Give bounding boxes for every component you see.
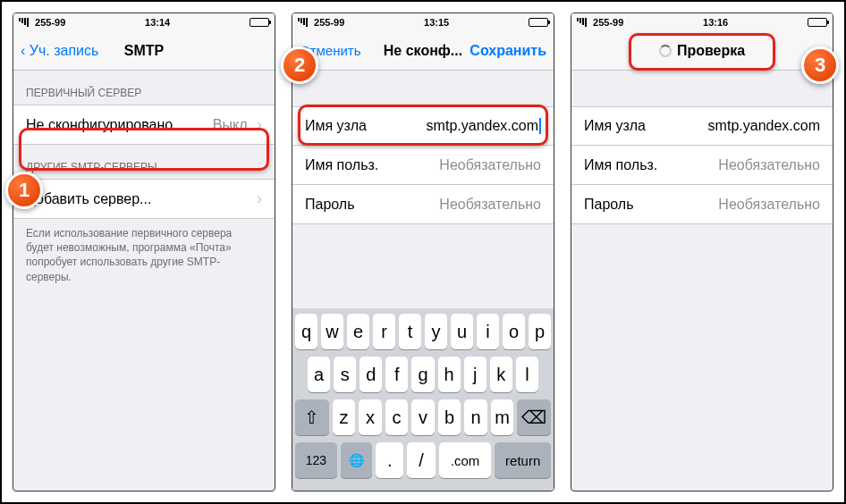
key-c[interactable]: c: [385, 399, 409, 435]
key-o[interactable]: o: [503, 314, 525, 349]
key-m[interactable]: m: [491, 399, 514, 435]
username-label: Имя польз.: [584, 157, 657, 173]
key-v[interactable]: v: [411, 399, 435, 435]
key-j[interactable]: j: [464, 357, 486, 392]
status-bar: 255-99 13:15: [292, 13, 554, 31]
password-placeholder: Необязательно: [718, 197, 820, 213]
phone-screen-3: 255-99 13:16 Проверка Имя узла smtp.yand…: [571, 13, 833, 491]
nav-title: Не сконф...: [384, 43, 462, 59]
key-u[interactable]: u: [451, 314, 473, 349]
primary-server-value: Выкл.: [213, 117, 251, 132]
section-primary-header: ПЕРВИЧНЫЙ СЕРВЕР: [13, 71, 275, 105]
add-server-cell[interactable]: Добавить сервер... ›: [13, 179, 275, 219]
host-cell[interactable]: Имя узла smtp.yandex.com: [292, 106, 554, 146]
step-badge-1: 1: [5, 172, 43, 209]
spinner-icon: [659, 45, 672, 57]
save-button[interactable]: Сохранить: [470, 43, 546, 59]
status-bar: 255-99 13:16: [571, 13, 833, 31]
clock: 13:16: [703, 17, 728, 28]
key-t[interactable]: t: [399, 314, 421, 349]
dotcom-key[interactable]: .com: [439, 442, 492, 478]
username-placeholder: Необязательно: [718, 157, 820, 173]
clock: 13:15: [424, 17, 449, 28]
key-q[interactable]: q: [295, 314, 317, 349]
username-placeholder: Необязательно: [439, 157, 541, 173]
password-label: Пароль: [584, 197, 657, 213]
key-a[interactable]: a: [308, 357, 330, 392]
password-label: Пароль: [305, 197, 378, 213]
key-r[interactable]: r: [373, 314, 395, 349]
primary-server-cell[interactable]: Не сконфигурировано Выкл.›: [13, 105, 275, 145]
nav-title: Проверка: [659, 43, 745, 59]
phone-screen-2: 255-99 13:15 Отменить Не сконф... Сохран…: [292, 13, 554, 491]
key-x[interactable]: x: [359, 399, 382, 435]
return-key[interactable]: return: [495, 442, 551, 478]
key-i[interactable]: i: [477, 314, 499, 349]
nav-bar: ‹ Уч. запись SMTP: [13, 31, 275, 71]
slash-key[interactable]: /: [407, 442, 435, 478]
primary-server-label: Не сконфигурировано: [26, 117, 173, 133]
chevron-icon: ›: [257, 189, 262, 208]
host-label: Имя узла: [305, 118, 378, 134]
password-placeholder: Необязательно: [439, 197, 541, 213]
section-other-header: ДРУГИЕ SMTP-СЕРВЕРЫ: [13, 145, 275, 179]
carrier: 255-99: [35, 17, 65, 28]
back-button[interactable]: ‹ Уч. запись: [21, 43, 98, 59]
status-bar: 255-99 13:14: [13, 13, 275, 31]
nav-bar: Проверка: [571, 31, 833, 71]
username-cell[interactable]: Имя польз. Необязательно: [571, 146, 833, 185]
key-k[interactable]: k: [490, 357, 512, 392]
key-l[interactable]: l: [516, 357, 538, 392]
dot-key[interactable]: .: [376, 442, 403, 478]
add-server-label: Добавить сервер...: [26, 191, 151, 207]
key-e[interactable]: e: [347, 314, 369, 349]
nav-title: SMTP: [124, 43, 164, 59]
key-h[interactable]: h: [438, 357, 461, 392]
text-cursor: [539, 118, 541, 134]
globe-key[interactable]: 🌐: [341, 442, 372, 478]
host-label: Имя узла: [584, 118, 657, 134]
password-cell[interactable]: Пароль Необязательно: [571, 185, 833, 224]
host-value: smtp.yandex.com: [427, 118, 541, 135]
key-p[interactable]: p: [529, 314, 551, 349]
key-d[interactable]: d: [360, 357, 382, 392]
key-z[interactable]: z: [333, 399, 356, 435]
phone-screen-1: 255-99 13:14 ‹ Уч. запись SMTP ПЕРВИЧНЫЙ…: [13, 13, 275, 491]
key-g[interactable]: g: [411, 357, 434, 392]
step-badge-3: 3: [801, 46, 839, 84]
key-b[interactable]: b: [438, 399, 461, 435]
footer-note: Если использование первичного сервера бу…: [13, 219, 275, 291]
clock: 13:14: [145, 17, 170, 28]
key-s[interactable]: s: [334, 357, 356, 392]
step-badge-2: 2: [281, 46, 318, 84]
backspace-key[interactable]: ⌫: [517, 399, 551, 435]
username-label: Имя польз.: [305, 157, 378, 173]
nav-bar: Отменить Не сконф... Сохранить: [292, 31, 554, 71]
host-cell[interactable]: Имя узла smtp.yandex.com: [571, 106, 833, 146]
key-w[interactable]: w: [321, 314, 343, 349]
keyboard: qwertyuiop asdfghjkl ⇧ zxcvbnm ⌫ 123 🌐 .…: [292, 308, 554, 491]
chevron-icon: ›: [257, 115, 262, 133]
key-n[interactable]: n: [464, 399, 487, 435]
key-y[interactable]: y: [425, 314, 447, 349]
tutorial-container: 255-99 13:14 ‹ Уч. запись SMTP ПЕРВИЧНЫЙ…: [0, 0, 846, 504]
username-cell[interactable]: Имя польз. Необязательно: [292, 146, 554, 185]
numbers-key[interactable]: 123: [295, 442, 337, 478]
host-value: smtp.yandex.com: [708, 118, 820, 134]
password-cell[interactable]: Пароль Необязательно: [292, 185, 554, 224]
key-f[interactable]: f: [385, 357, 408, 392]
shift-key[interactable]: ⇧: [295, 399, 329, 435]
